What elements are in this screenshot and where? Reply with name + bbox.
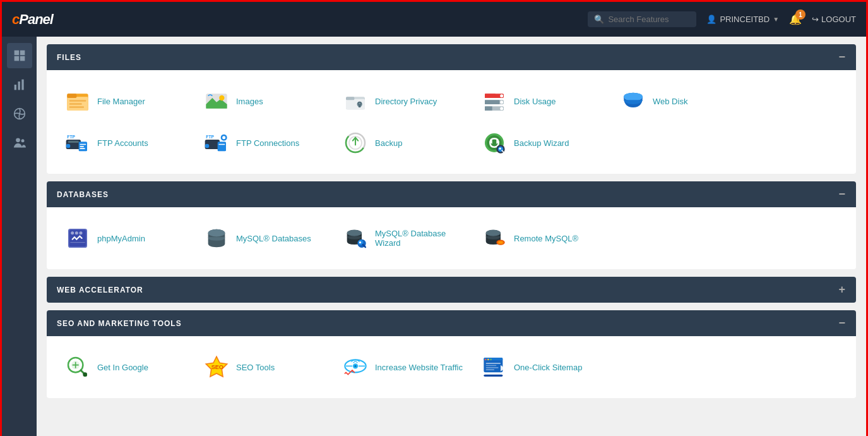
svg-rect-106 — [484, 375, 502, 377]
header-right: 🔍 👤 PRINCEITBD ▼ 🔔 1 ↪ LOGOUT — [588, 11, 856, 27]
svg-rect-1 — [20, 51, 25, 56]
phpmyadmin-item[interactable]: phpMyAdmin — [59, 217, 198, 259]
search-box[interactable]: 🔍 — [588, 11, 696, 27]
directory-privacy-label: Directory Privacy — [375, 97, 437, 106]
seo-section-header[interactable]: SEO AND MARKETING TOOLS − — [47, 310, 856, 336]
web-disk-label: Web Disk — [653, 97, 687, 106]
seo-tools-item[interactable]: SEO SEO Tools — [198, 346, 337, 388]
databases-section: DATABASES − — [47, 181, 856, 269]
svg-point-71 — [347, 230, 362, 236]
web-disk-item[interactable]: Web Disk — [615, 80, 754, 122]
increase-traffic-item[interactable]: Increase Website Traffic — [337, 346, 476, 388]
svg-point-66 — [75, 231, 78, 234]
svg-point-80 — [499, 241, 503, 243]
get-in-google-item[interactable]: Get In Google — [59, 346, 198, 388]
sitemap-item[interactable]: One-Click Sitemap — [476, 346, 615, 388]
directory-privacy-item[interactable]: Directory Privacy — [337, 80, 476, 122]
svg-rect-42 — [80, 146, 84, 147]
backup-wizard-icon — [481, 130, 508, 156]
header: cPanel 🔍 👤 PRINCEITBD ▼ 🔔 1 ↪ LOGOUT — [2, 2, 866, 37]
svg-rect-2 — [14, 56, 19, 61]
svg-point-46 — [205, 144, 210, 148]
layout: FILES − — [2, 37, 866, 436]
get-in-google-label: Get In Google — [97, 363, 148, 372]
notifications-button[interactable]: 🔔 1 — [789, 13, 802, 25]
web-accelerator-section-header[interactable]: WEB ACCELERATOR + — [47, 277, 856, 303]
sidebar — [2, 37, 37, 436]
sidebar-item-stats[interactable] — [7, 72, 32, 97]
svg-point-38 — [66, 144, 71, 148]
sitemap-icon — [481, 354, 508, 380]
svg-rect-22 — [346, 97, 354, 100]
mysql-wizard-label: MySQL® Database Wizard — [375, 229, 471, 248]
svg-rect-100 — [490, 359, 492, 361]
files-section-title: FILES — [57, 53, 81, 62]
sidebar-item-users[interactable] — [7, 130, 32, 155]
svg-rect-6 — [21, 80, 23, 90]
logo: cPanel — [12, 11, 53, 28]
svg-rect-41 — [80, 144, 86, 145]
seo-tools-label: SEO Tools — [236, 363, 275, 372]
disk-usage-icon — [481, 88, 508, 114]
disk-usage-item[interactable]: Disk Usage — [476, 80, 615, 122]
mysql-wizard-icon — [342, 225, 369, 251]
seo-section-toggle: − — [838, 317, 846, 330]
svg-point-61 — [499, 148, 501, 150]
svg-point-65 — [71, 231, 74, 234]
backup-wizard-item[interactable]: Backup Wizard — [476, 122, 615, 164]
increase-traffic-icon — [342, 354, 369, 380]
svg-rect-5 — [18, 82, 20, 90]
ftp-accounts-item[interactable]: FTP FTP Accounts — [59, 122, 198, 164]
disk-usage-label: Disk Usage — [514, 97, 556, 106]
file-manager-item[interactable]: File Manager — [59, 80, 198, 122]
web-accelerator-section: WEB ACCELERATOR + — [47, 277, 856, 303]
backup-wizard-label: Backup Wizard — [514, 138, 569, 148]
get-in-google-icon — [64, 354, 91, 380]
sidebar-item-grid[interactable] — [7, 43, 32, 68]
user-menu[interactable]: 👤 PRINCEITBD ▼ — [706, 15, 779, 24]
mysql-wizard-item[interactable]: MySQL® Database Wizard — [337, 217, 476, 259]
svg-rect-97 — [484, 358, 502, 360]
sidebar-item-theme[interactable] — [7, 101, 32, 126]
mysql-databases-label: MySQL® Databases — [236, 234, 311, 243]
svg-point-93 — [354, 365, 356, 367]
logout-button[interactable]: ↪ LOGOUT — [812, 15, 856, 24]
svg-point-32 — [500, 94, 503, 97]
svg-point-34 — [500, 107, 503, 110]
ftp-connections-item[interactable]: FTP FTP Connections — [198, 122, 337, 164]
mysql-databases-item[interactable]: MySQL® Databases — [198, 217, 337, 259]
ftp-accounts-icon: FTP — [64, 130, 91, 156]
databases-section-header[interactable]: DATABASES − — [47, 181, 856, 207]
svg-point-85 — [83, 372, 87, 377]
backup-label: Backup — [375, 138, 402, 148]
remote-mysql-icon — [481, 225, 508, 251]
backup-item[interactable]: Backup — [337, 122, 476, 164]
svg-rect-4 — [14, 85, 16, 90]
svg-text:FTP: FTP — [206, 135, 214, 139]
files-section-header[interactable]: FILES − — [47, 44, 856, 70]
seo-tools-icon: SEO — [203, 354, 230, 380]
directory-privacy-icon — [342, 88, 369, 114]
ftp-connections-label: FTP Connections — [236, 138, 299, 148]
mysql-databases-icon — [203, 225, 230, 251]
svg-point-50 — [222, 136, 225, 139]
chevron-down-icon: ▼ — [773, 16, 779, 23]
images-item[interactable]: Images — [198, 80, 337, 122]
files-section-toggle: − — [838, 51, 846, 64]
search-input[interactable] — [608, 15, 690, 24]
svg-point-75 — [359, 241, 361, 243]
svg-rect-3 — [20, 56, 25, 61]
files-section: FILES − — [47, 44, 856, 174]
images-icon — [203, 88, 230, 114]
svg-rect-27 — [485, 94, 496, 98]
svg-point-19 — [219, 95, 224, 100]
username: PRINCEITBD — [720, 15, 770, 24]
svg-point-8 — [16, 138, 20, 143]
files-icon-grid: File Manager Images — [59, 80, 843, 164]
remote-mysql-item[interactable]: Remote MySQL® — [476, 217, 615, 259]
databases-icon-grid: phpMyAdmin MySQL® Databa — [59, 217, 843, 259]
svg-point-36 — [624, 93, 643, 101]
logout-icon: ↪ — [812, 15, 819, 24]
svg-point-67 — [80, 231, 83, 234]
svg-rect-43 — [80, 148, 85, 149]
